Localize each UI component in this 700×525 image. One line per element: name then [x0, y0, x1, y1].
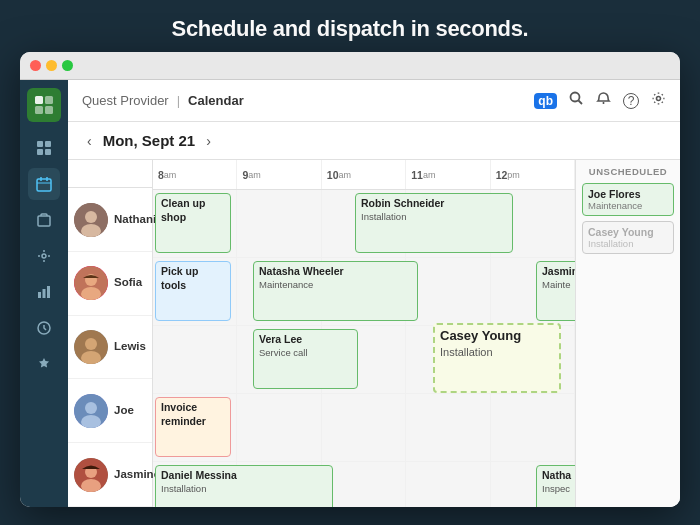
event-vera-type: Service call	[259, 347, 352, 359]
title-bar	[20, 52, 680, 80]
name-lewis: Lewis	[114, 340, 146, 354]
avatar-jasmine	[74, 458, 108, 492]
sidebar-item-time[interactable]	[28, 312, 60, 344]
calendar-date: Mon, Sept 21	[103, 132, 196, 149]
grid-rows: Clean up shop Robin Schneider Installati…	[153, 190, 575, 507]
topbar-separator: |	[177, 93, 180, 108]
unsched-card-joe-flores[interactable]: Joe Flores Maintenance	[582, 183, 674, 216]
maximize-button[interactable]	[62, 60, 73, 71]
qb-icon[interactable]: qb	[534, 93, 557, 109]
svg-rect-8	[37, 179, 51, 191]
page-headline: Schedule and dispatch in seconds.	[172, 0, 529, 52]
event-vera-lee[interactable]: Vera Lee Service call	[253, 329, 358, 389]
cell-l-8	[153, 326, 237, 393]
svg-rect-0	[35, 96, 43, 104]
time-cell-12: 12 pm	[491, 160, 575, 189]
svg-point-32	[85, 402, 97, 414]
cell-ja-11	[406, 462, 490, 507]
avatar-row-lewis: Lewis	[68, 316, 152, 380]
sidebar-item-reviews[interactable]	[28, 348, 60, 380]
sidebar-item-jobs[interactable]	[28, 204, 60, 236]
event-pick-up-tools[interactable]: Pick up tools	[155, 261, 231, 321]
sidebar-item-calendar[interactable]	[28, 168, 60, 200]
event-robin-schneider[interactable]: Robin Schneider Installation	[355, 193, 513, 253]
svg-rect-7	[45, 149, 51, 155]
event-casey-name: Casey Young	[440, 328, 554, 345]
calendar-area: Nathaniel Sofia Lewis	[68, 160, 680, 507]
app-body: Quest Provider | Calendar qb ?	[20, 80, 680, 507]
unsched-card-casey-young[interactable]: Casey Young Installation	[582, 221, 674, 254]
sidebar-logo	[27, 88, 61, 122]
next-day-button[interactable]: ›	[201, 131, 216, 151]
svg-rect-3	[45, 106, 53, 114]
unsched-casey-type: Installation	[588, 238, 668, 249]
sidebar	[20, 80, 68, 507]
event-clean-up-shop[interactable]: Clean up shop	[155, 193, 231, 253]
event-invoice-reminder[interactable]: Invoice reminder	[155, 397, 231, 457]
unsched-joe-name: Joe Flores	[588, 188, 668, 200]
calendar-header: ‹ Mon, Sept 21 ›	[68, 122, 680, 160]
app-window: Quest Provider | Calendar qb ?	[20, 52, 680, 507]
avatar-row-jasmine: Jasmine	[68, 443, 152, 507]
svg-point-18	[571, 93, 580, 102]
event-natha-type: Inspec	[542, 483, 575, 495]
svg-point-29	[85, 338, 97, 350]
close-button[interactable]	[30, 60, 41, 71]
topbar-calendar-label: Calendar	[188, 93, 244, 108]
event-jasmin-maint[interactable]: Jasmin Mainte	[536, 261, 575, 321]
event-robin-name: Robin Schneider	[361, 197, 507, 211]
cell-j-11	[406, 394, 490, 461]
unscheduled-panel: UNSCHEDULED Joe Flores Maintenance Casey…	[575, 160, 680, 507]
cell-ja-10	[322, 462, 406, 507]
prev-day-button[interactable]: ‹	[82, 131, 97, 151]
svg-rect-14	[38, 292, 41, 298]
unsched-casey-name: Casey Young	[588, 226, 668, 238]
page-wrapper: Schedule and dispatch in seconds.	[0, 0, 700, 525]
event-pick-up-tools-name: Pick up tools	[161, 265, 225, 292]
traffic-lights	[30, 60, 73, 71]
cell-n-9	[237, 190, 321, 257]
svg-rect-2	[35, 106, 43, 114]
settings-icon[interactable]	[651, 91, 666, 110]
svg-line-19	[579, 101, 583, 105]
cell-s-11	[406, 258, 490, 325]
svg-point-13	[42, 254, 46, 258]
sidebar-item-reports[interactable]	[28, 276, 60, 308]
sidebar-item-dashboard[interactable]	[28, 132, 60, 164]
event-casey-type: Installation	[440, 345, 554, 359]
avatar-column: Nathaniel Sofia Lewis	[68, 160, 153, 507]
name-sofia: Sofia	[114, 276, 142, 290]
svg-rect-12	[38, 216, 50, 226]
unscheduled-title: UNSCHEDULED	[582, 166, 674, 177]
avatar-lewis	[74, 330, 108, 364]
avatar-joe	[74, 394, 108, 428]
minimize-button[interactable]	[46, 60, 57, 71]
grid-scroll: 8 am 9 am 10 am 11 am 12 pm	[153, 160, 575, 507]
event-natha-inspec[interactable]: Natha Inspec	[536, 465, 575, 507]
name-joe: Joe	[114, 404, 134, 418]
event-natha-name: Natha	[542, 469, 575, 483]
event-natasha-wheeler[interactable]: Natasha Wheeler Maintenance	[253, 261, 418, 321]
time-cell-11: 11 am	[406, 160, 490, 189]
svg-rect-1	[45, 96, 53, 104]
event-casey-young[interactable]: Casey Young Installation	[433, 323, 561, 393]
cell-j-12	[491, 394, 575, 461]
svg-rect-5	[45, 141, 51, 147]
help-icon[interactable]: ?	[623, 93, 639, 109]
time-cell-9: 9 am	[237, 160, 321, 189]
avatar-row-nathaniel: Nathaniel	[68, 188, 152, 252]
notification-icon[interactable]	[596, 91, 611, 110]
avatar-col-header	[68, 160, 152, 188]
sidebar-item-tools[interactable]	[28, 240, 60, 272]
search-icon[interactable]	[569, 91, 584, 110]
cell-j-9	[237, 394, 321, 461]
svg-point-21	[657, 97, 661, 101]
cell-j-10	[322, 394, 406, 461]
avatar-row-sofia: Sofia	[68, 252, 152, 316]
event-clean-up-shop-name: Clean up shop	[161, 197, 225, 224]
provider-name: Quest Provider	[82, 93, 169, 108]
event-jasmin-type: Mainte	[542, 279, 575, 291]
avatar-nathaniel	[74, 203, 108, 237]
time-cell-8: 8 am	[153, 160, 237, 189]
event-daniel-messina[interactable]: Daniel Messina Installation	[155, 465, 333, 507]
